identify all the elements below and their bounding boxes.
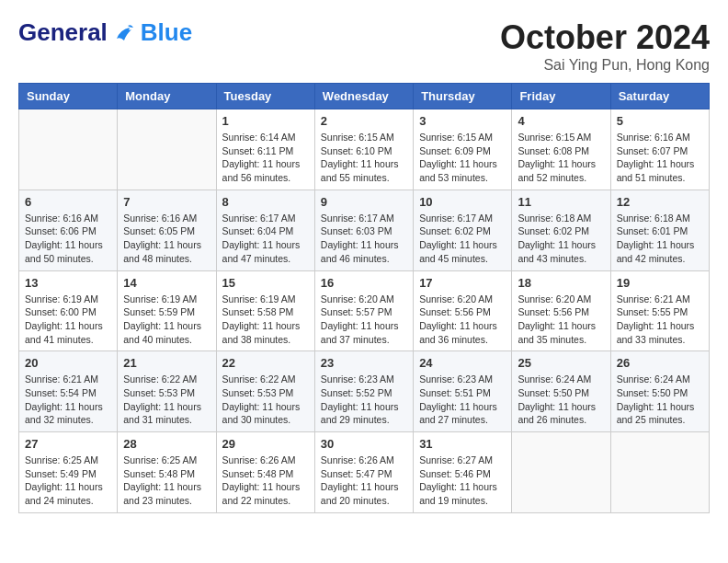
day-number: 5 <box>617 114 703 128</box>
weekday-header-sunday: Sunday <box>19 84 118 109</box>
day-info: Sunrise: 6:21 AM Sunset: 5:55 PM Dayligh… <box>617 293 703 347</box>
calendar-cell: 3Sunrise: 6:15 AM Sunset: 6:09 PM Daylig… <box>414 109 512 190</box>
calendar-cell <box>512 432 610 513</box>
calendar-cell: 13Sunrise: 6:19 AM Sunset: 6:00 PM Dayli… <box>19 270 118 351</box>
day-number: 30 <box>321 437 407 451</box>
calendar-table: SundayMondayTuesdayWednesdayThursdayFrid… <box>18 83 710 513</box>
calendar-week-row: 13Sunrise: 6:19 AM Sunset: 6:00 PM Dayli… <box>19 270 710 351</box>
calendar-cell: 18Sunrise: 6:20 AM Sunset: 5:56 PM Dayli… <box>512 270 610 351</box>
day-number: 4 <box>518 114 604 128</box>
calendar-cell: 27Sunrise: 6:25 AM Sunset: 5:49 PM Dayli… <box>19 432 118 513</box>
day-number: 28 <box>123 437 210 451</box>
calendar-cell: 25Sunrise: 6:24 AM Sunset: 5:50 PM Dayli… <box>512 351 610 432</box>
day-info: Sunrise: 6:22 AM Sunset: 5:53 PM Dayligh… <box>123 373 210 427</box>
weekday-header-monday: Monday <box>118 84 216 109</box>
day-number: 18 <box>518 276 604 290</box>
calendar-cell: 26Sunrise: 6:24 AM Sunset: 5:50 PM Dayli… <box>610 351 709 432</box>
calendar-cell: 16Sunrise: 6:20 AM Sunset: 5:57 PM Dayli… <box>314 270 413 351</box>
calendar-cell: 6Sunrise: 6:16 AM Sunset: 6:06 PM Daylig… <box>19 190 118 270</box>
day-info: Sunrise: 6:21 AM Sunset: 5:54 PM Dayligh… <box>25 373 111 427</box>
calendar-cell: 14Sunrise: 6:19 AM Sunset: 5:59 PM Dayli… <box>118 270 216 351</box>
calendar-cell: 2Sunrise: 6:15 AM Sunset: 6:10 PM Daylig… <box>314 109 413 190</box>
day-number: 31 <box>419 437 506 451</box>
day-info: Sunrise: 6:19 AM Sunset: 5:59 PM Dayligh… <box>123 293 210 347</box>
logo-bird-icon <box>111 20 137 46</box>
calendar-cell: 20Sunrise: 6:21 AM Sunset: 5:54 PM Dayli… <box>19 351 118 432</box>
weekday-header-thursday: Thursday <box>414 84 512 109</box>
day-info: Sunrise: 6:16 AM Sunset: 6:05 PM Dayligh… <box>123 212 210 266</box>
day-info: Sunrise: 6:15 AM Sunset: 6:09 PM Dayligh… <box>419 131 506 185</box>
calendar-cell: 5Sunrise: 6:16 AM Sunset: 6:07 PM Daylig… <box>610 109 709 190</box>
day-info: Sunrise: 6:15 AM Sunset: 6:08 PM Dayligh… <box>518 131 604 185</box>
day-number: 6 <box>25 195 111 209</box>
day-info: Sunrise: 6:17 AM Sunset: 6:02 PM Dayligh… <box>419 212 506 266</box>
day-number: 11 <box>518 195 604 209</box>
calendar-cell: 21Sunrise: 6:22 AM Sunset: 5:53 PM Dayli… <box>118 351 216 432</box>
day-number: 20 <box>25 356 111 370</box>
day-number: 25 <box>518 356 604 370</box>
day-number: 22 <box>222 356 309 370</box>
calendar-cell: 23Sunrise: 6:23 AM Sunset: 5:52 PM Dayli… <box>314 351 413 432</box>
calendar-cell: 8Sunrise: 6:17 AM Sunset: 6:04 PM Daylig… <box>216 190 314 270</box>
day-number: 17 <box>419 276 506 290</box>
calendar-cell <box>610 432 709 513</box>
calendar-cell: 1Sunrise: 6:14 AM Sunset: 6:11 PM Daylig… <box>216 109 314 190</box>
month-title: October 2024 <box>500 18 710 57</box>
day-info: Sunrise: 6:20 AM Sunset: 5:57 PM Dayligh… <box>321 293 407 347</box>
day-info: Sunrise: 6:15 AM Sunset: 6:10 PM Dayligh… <box>321 131 407 185</box>
day-info: Sunrise: 6:19 AM Sunset: 5:58 PM Dayligh… <box>222 293 309 347</box>
day-info: Sunrise: 6:24 AM Sunset: 5:50 PM Dayligh… <box>617 373 703 427</box>
day-number: 9 <box>321 195 407 209</box>
day-info: Sunrise: 6:18 AM Sunset: 6:02 PM Dayligh… <box>518 212 604 266</box>
day-info: Sunrise: 6:25 AM Sunset: 5:48 PM Dayligh… <box>123 454 210 508</box>
day-number: 3 <box>419 114 506 128</box>
day-info: Sunrise: 6:23 AM Sunset: 5:52 PM Dayligh… <box>321 373 407 427</box>
calendar-cell: 30Sunrise: 6:26 AM Sunset: 5:47 PM Dayli… <box>314 432 413 513</box>
calendar-week-row: 27Sunrise: 6:25 AM Sunset: 5:49 PM Dayli… <box>19 432 710 513</box>
calendar-cell: 24Sunrise: 6:23 AM Sunset: 5:51 PM Dayli… <box>414 351 512 432</box>
calendar-cell: 28Sunrise: 6:25 AM Sunset: 5:48 PM Dayli… <box>118 432 216 513</box>
day-info: Sunrise: 6:19 AM Sunset: 6:00 PM Dayligh… <box>25 293 111 347</box>
calendar-cell: 4Sunrise: 6:15 AM Sunset: 6:08 PM Daylig… <box>512 109 610 190</box>
day-info: Sunrise: 6:14 AM Sunset: 6:11 PM Dayligh… <box>222 131 309 185</box>
calendar-cell: 31Sunrise: 6:27 AM Sunset: 5:46 PM Dayli… <box>414 432 512 513</box>
day-number: 19 <box>617 276 703 290</box>
day-info: Sunrise: 6:20 AM Sunset: 5:56 PM Dayligh… <box>419 293 506 347</box>
calendar-cell: 17Sunrise: 6:20 AM Sunset: 5:56 PM Dayli… <box>414 270 512 351</box>
day-number: 27 <box>25 437 111 451</box>
title-area: October 2024 Sai Ying Pun, Hong Kong <box>500 18 710 74</box>
weekday-header-friday: Friday <box>512 84 610 109</box>
weekday-header-saturday: Saturday <box>610 84 709 109</box>
day-info: Sunrise: 6:16 AM Sunset: 6:06 PM Dayligh… <box>25 212 111 266</box>
day-info: Sunrise: 6:20 AM Sunset: 5:56 PM Dayligh… <box>518 293 604 347</box>
calendar-week-row: 1Sunrise: 6:14 AM Sunset: 6:11 PM Daylig… <box>19 109 710 190</box>
location: Sai Ying Pun, Hong Kong <box>500 57 710 74</box>
day-info: Sunrise: 6:17 AM Sunset: 6:03 PM Dayligh… <box>321 212 407 266</box>
weekday-header-row: SundayMondayTuesdayWednesdayThursdayFrid… <box>19 84 710 109</box>
day-number: 13 <box>25 276 111 290</box>
day-info: Sunrise: 6:18 AM Sunset: 6:01 PM Dayligh… <box>617 212 703 266</box>
day-info: Sunrise: 6:27 AM Sunset: 5:46 PM Dayligh… <box>419 454 506 508</box>
calendar-cell: 29Sunrise: 6:26 AM Sunset: 5:48 PM Dayli… <box>216 432 314 513</box>
weekday-header-wednesday: Wednesday <box>314 84 413 109</box>
calendar-cell <box>19 109 118 190</box>
calendar-cell: 19Sunrise: 6:21 AM Sunset: 5:55 PM Dayli… <box>610 270 709 351</box>
calendar-cell: 22Sunrise: 6:22 AM Sunset: 5:53 PM Dayli… <box>216 351 314 432</box>
day-number: 12 <box>617 195 703 209</box>
day-number: 24 <box>419 356 506 370</box>
day-number: 10 <box>419 195 506 209</box>
calendar-week-row: 6Sunrise: 6:16 AM Sunset: 6:06 PM Daylig… <box>19 190 710 270</box>
day-number: 16 <box>321 276 407 290</box>
calendar-week-row: 20Sunrise: 6:21 AM Sunset: 5:54 PM Dayli… <box>19 351 710 432</box>
day-number: 29 <box>222 437 309 451</box>
day-info: Sunrise: 6:26 AM Sunset: 5:47 PM Dayligh… <box>321 454 407 508</box>
day-info: Sunrise: 6:17 AM Sunset: 6:04 PM Dayligh… <box>222 212 309 266</box>
calendar-cell: 15Sunrise: 6:19 AM Sunset: 5:58 PM Dayli… <box>216 270 314 351</box>
calendar-cell <box>118 109 216 190</box>
day-number: 2 <box>321 114 407 128</box>
calendar-cell: 9Sunrise: 6:17 AM Sunset: 6:03 PM Daylig… <box>314 190 413 270</box>
day-number: 15 <box>222 276 309 290</box>
day-number: 1 <box>222 114 309 128</box>
logo: General Blue <box>18 18 192 47</box>
day-info: Sunrise: 6:26 AM Sunset: 5:48 PM Dayligh… <box>222 454 309 508</box>
